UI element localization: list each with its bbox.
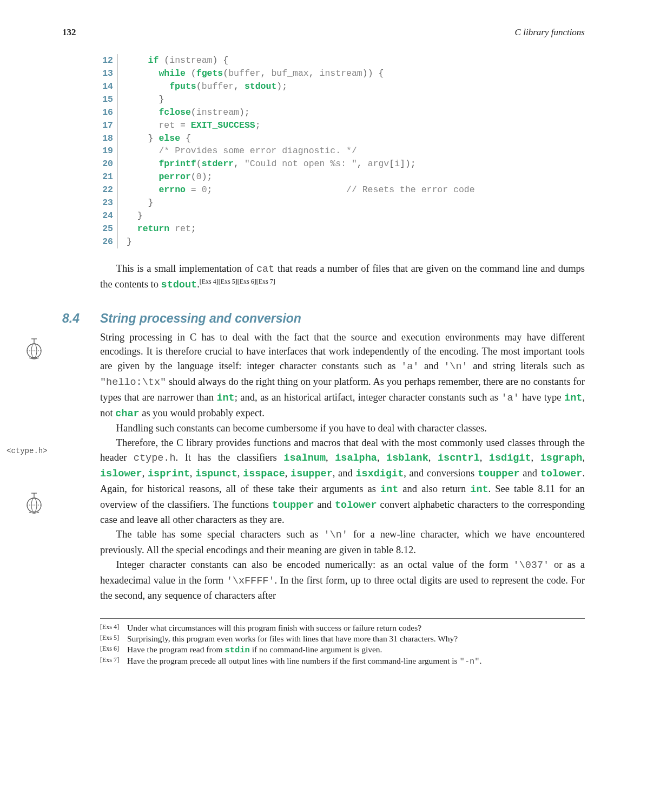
code-line: 23 } bbox=[95, 197, 585, 209]
footnote-label: [Exs 6] bbox=[100, 645, 127, 655]
footnote: [Exs 6]Have the program read from stdin … bbox=[100, 645, 585, 655]
code-line: 21 perror(0); bbox=[95, 171, 585, 184]
footnote: [Exs 5]Surprisingly, this program even w… bbox=[100, 634, 585, 644]
section-title: String processing and conversion bbox=[100, 311, 301, 326]
section-body: String processing in C has to deal with … bbox=[100, 330, 585, 604]
footnote-text: Under what circumstances will this progr… bbox=[127, 623, 585, 633]
code-line: 25 return ret; bbox=[95, 222, 585, 235]
code-line: 16 fclose(instream); bbox=[95, 106, 585, 119]
footnote-label: [Exs 5] bbox=[100, 634, 127, 644]
page-number: 132 bbox=[62, 27, 76, 38]
page-header: 132 C library functions bbox=[62, 27, 585, 38]
para-1: This is a small implementation of cat th… bbox=[100, 261, 585, 293]
footnote-text: Surprisingly, this program even works fo… bbox=[127, 634, 585, 644]
footnote: [Exs 4]Under what circumstances will thi… bbox=[100, 623, 585, 633]
para-6: Integer character constants can also be … bbox=[100, 558, 585, 603]
code-line: 17 ret = EXIT_SUCCESS; bbox=[95, 119, 585, 132]
footnote-label: [Exs 4] bbox=[100, 623, 127, 633]
code-line: 24 } bbox=[95, 209, 585, 222]
code-line: 20 fprintf(stderr, "Could not open %s: "… bbox=[95, 158, 585, 171]
margin-note-ctype: <ctype.h> bbox=[6, 447, 48, 455]
code-line: 12 if (instream) { bbox=[95, 54, 585, 67]
footnote-text: Have the program precede all output line… bbox=[127, 656, 585, 666]
code-line: 15 } bbox=[95, 93, 585, 106]
code-line: 22 errno = 0; // Resets the error code bbox=[95, 184, 585, 197]
globe-icon bbox=[22, 490, 47, 515]
section-heading: 8.4 String processing and conversion bbox=[62, 311, 585, 326]
chapter-title: C library functions bbox=[515, 27, 585, 38]
para-3: Handling such constants can become cumbe… bbox=[100, 421, 585, 436]
para-4: Therefore, the C library provides functi… bbox=[100, 436, 585, 527]
paragraph-intro: This is a small implementation of cat th… bbox=[100, 261, 585, 293]
code-line: 18 } else { bbox=[95, 132, 585, 145]
para-2: String processing in C has to deal with … bbox=[100, 330, 585, 422]
code-line: 14 fputs(buffer, stdout); bbox=[95, 80, 585, 93]
footnote: [Exs 7]Have the program precede all outp… bbox=[100, 656, 585, 666]
footnote-text: Have the program read from stdin if no c… bbox=[127, 645, 585, 655]
code-line: 26} bbox=[95, 235, 585, 248]
footnotes: [Exs 4]Under what circumstances will thi… bbox=[100, 618, 585, 666]
para-5: The table has some special characters su… bbox=[100, 527, 585, 558]
section-number: 8.4 bbox=[62, 311, 100, 326]
code-listing: 12 if (instream) {13 while (fgets(buffer… bbox=[95, 54, 585, 248]
code-line: 19 /* Provides some error diagnostic. */ bbox=[95, 145, 585, 158]
footnote-label: [Exs 7] bbox=[100, 656, 127, 666]
code-line: 13 while (fgets(buffer, buf_max, instrea… bbox=[95, 67, 585, 80]
globe-icon bbox=[22, 336, 47, 361]
